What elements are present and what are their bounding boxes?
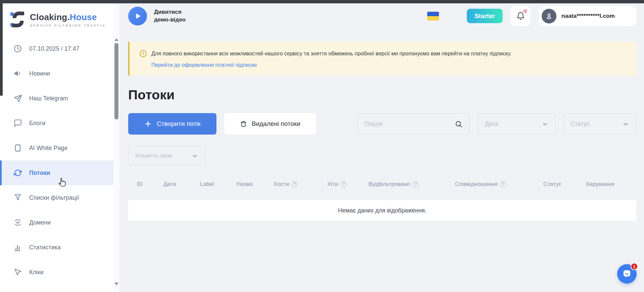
topbar: Дивитися демо-відео Starter naata*******… — [128, 0, 636, 26]
sidebar-item-ai-white-page[interactable]: AI White Page — [0, 136, 113, 160]
column-id: ID — [137, 181, 143, 188]
column-date: Дата — [163, 181, 176, 188]
plus-icon — [144, 120, 152, 128]
sidebar-item-news[interactable]: Новини — [0, 61, 113, 86]
sidebar-item-statistics[interactable]: Статистика — [0, 235, 113, 260]
deleted-flows-button[interactable]: Видалені потоки — [224, 113, 316, 135]
sidebar-item-label: Потоки — [29, 169, 50, 177]
sidebar-item-blogs[interactable]: Блоги — [0, 111, 113, 136]
avatar — [542, 9, 556, 23]
cursor-icon — [13, 268, 22, 277]
chevron-down-icon — [191, 152, 198, 159]
logo-mark-icon — [10, 11, 26, 28]
megaphone-icon — [13, 69, 22, 78]
domain-icon — [13, 218, 22, 227]
controls-row: Створити потік Видалені потоки Дата Стат… — [128, 113, 636, 135]
demo-video-label[interactable]: Дивитися демо-відео — [154, 8, 198, 24]
upgrade-subscription-link[interactable]: Перейти до оформлення платної підписки — [151, 62, 257, 68]
help-icon[interactable] — [500, 181, 506, 188]
account-email: naata**********l.com — [561, 13, 615, 19]
chevron-down-icon — [542, 120, 549, 128]
sidebar-item-label: Списки фільтрації — [29, 194, 79, 201]
logo-text: Cloaking.House — [30, 12, 97, 22]
topbar-right: Starter naata**********l.com — [427, 6, 636, 26]
window-top-edge — [0, 0, 644, 3]
sync-icon — [13, 168, 22, 177]
chevron-down-icon — [622, 120, 629, 128]
sidebar-item-label: Домени — [29, 219, 51, 226]
empty-message: Немає даних для відображення. — [338, 207, 426, 214]
bar-chart-icon — [13, 243, 22, 252]
account-menu[interactable]: naata**********l.com — [539, 6, 636, 26]
sidebar-item-clicks[interactable]: Кліки — [0, 260, 113, 285]
column-filtered: Відфільтровано — [368, 181, 419, 188]
per-page-dropdown[interactable]: Кількість запи — [128, 146, 205, 165]
sidebar: Cloaking.House SERVICE FILTERING TRAFFIC… — [0, 0, 113, 292]
date-filter-dropdown[interactable]: Дата — [478, 113, 556, 135]
trial-banner-text: Для повного використання всіх можливосте… — [151, 50, 511, 57]
column-ratio: Співвідношення — [455, 181, 506, 188]
column-actions: Керування — [586, 181, 614, 188]
play-demo-button[interactable] — [128, 7, 147, 26]
column-status: Статус — [543, 181, 561, 188]
column-hits: Хіти — [327, 181, 347, 188]
main-area: Дивитися демо-відео Starter naata*******… — [119, 0, 644, 292]
column-label: Label — [200, 181, 214, 188]
sidebar-item-label: AI White Page — [29, 145, 67, 152]
notification-dot — [523, 9, 527, 13]
clock-icon — [13, 44, 22, 53]
chat-bubble-icon — [13, 119, 22, 128]
funnel-icon — [13, 193, 22, 202]
flag-yellow-stripe — [427, 16, 439, 20]
sidebar-item-label: 07.10.2025 / 17:47 — [29, 45, 80, 52]
search-icon[interactable] — [455, 120, 462, 128]
help-icon[interactable] — [340, 181, 347, 188]
sidebar-item-datetime[interactable]: 07.10.2025 / 17:47 — [0, 36, 113, 61]
create-flow-button[interactable]: Створити потік — [128, 113, 216, 135]
chat-unread-badge: 1 — [631, 263, 638, 270]
logo-tagline: SERVICE FILTERING TRAFFIC — [30, 23, 106, 27]
search-input[interactable] — [364, 120, 455, 128]
language-flag-ukraine[interactable] — [427, 12, 439, 20]
empty-table-row: Немає даних для відображення. — [128, 200, 636, 221]
status-filter-dropdown[interactable]: Статус — [563, 113, 636, 135]
page-icon — [13, 144, 22, 152]
chat-bubble-icon — [622, 269, 632, 279]
telegram-icon — [13, 94, 22, 103]
bell-icon — [516, 11, 525, 20]
sidebar-item-filter-lists[interactable]: Списки фільтрації — [0, 185, 113, 210]
scroll-up-arrow[interactable] — [114, 38, 118, 41]
sidebar-scrollbar[interactable] — [113, 0, 119, 292]
table-header: ID Дата Label Назва Хости Хіти Відфільтр… — [128, 181, 636, 189]
scroll-down-arrow[interactable] — [114, 283, 118, 285]
column-name: Назва — [237, 181, 253, 188]
chat-widget-button[interactable]: 1 — [617, 264, 637, 284]
help-icon[interactable] — [412, 181, 419, 188]
trial-banner: ! Для повного використання всіх можливос… — [128, 42, 636, 76]
sidebar-item-label: Наш Telegram — [29, 95, 68, 102]
sidebar-item-domains[interactable]: Домени — [0, 210, 113, 235]
trash-icon — [240, 120, 247, 128]
page-title: Потоки — [128, 88, 636, 102]
scrollbar-thumb[interactable] — [114, 43, 118, 119]
play-icon — [133, 12, 142, 20]
search-field — [357, 113, 469, 135]
plan-starter-button[interactable]: Starter — [467, 9, 503, 23]
warning-icon: ! — [140, 50, 147, 57]
sidebar-item-telegram[interactable]: Наш Telegram — [0, 86, 113, 111]
window-left-edge — [0, 0, 3, 96]
sidebar-item-flows[interactable]: Потоки — [0, 160, 113, 185]
notifications-button[interactable] — [510, 6, 531, 26]
column-hosts: Хости — [274, 181, 298, 188]
sidebar-nav: 07.10.2025 / 17:47 Новини Наш Telegram Б… — [0, 36, 113, 285]
logo[interactable]: Cloaking.House SERVICE FILTERING TRAFFIC — [0, 0, 113, 28]
sidebar-item-label: Кліки — [29, 269, 44, 276]
flag-blue-stripe — [427, 12, 439, 16]
sidebar-item-label: Статистика — [29, 244, 61, 251]
help-icon[interactable] — [291, 181, 298, 188]
sidebar-item-label: Блоги — [29, 120, 46, 127]
sidebar-item-label: Новини — [29, 70, 50, 77]
